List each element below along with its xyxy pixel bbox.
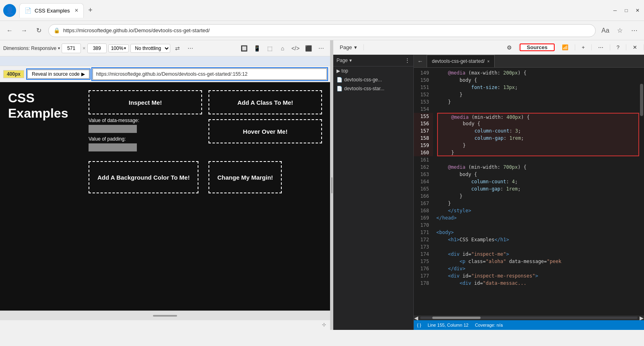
zoom-control[interactable]: 100% ▾ xyxy=(108,44,129,52)
line-number-170: 170 xyxy=(414,222,433,229)
profile-icon[interactable]: 👤 xyxy=(3,4,16,17)
code-line-153: } xyxy=(436,98,639,106)
rotate-icon[interactable]: ⇄ xyxy=(172,43,183,54)
change-margin-button[interactable]: Change My Margin! xyxy=(208,161,282,193)
scrollbar-thumb[interactable] xyxy=(432,317,481,319)
code-editor: ← devtools-css-get-started/ × 1491501511… xyxy=(414,55,644,330)
throttle-select[interactable]: No throttling xyxy=(130,44,170,53)
line-number-171: 171 xyxy=(414,229,433,236)
bg-color-button[interactable]: Add A Background Color To Me! xyxy=(89,161,198,193)
status-braces[interactable]: { } xyxy=(417,323,421,327)
more-icon[interactable]: ⋯ xyxy=(628,24,641,37)
devtools-top-tabs: Page ▾ ⚙ Sources 📶 + ⋯ ? ✕ xyxy=(333,40,644,55)
responsive-toolbar: Dimensions: Responsive ▾ × 100% ▾ No thr… xyxy=(0,40,330,56)
tab-add[interactable]: + xyxy=(575,44,592,50)
height-input[interactable] xyxy=(87,44,107,53)
screen-icon[interactable]: ⬛ xyxy=(303,43,314,54)
width-input[interactable] xyxy=(62,44,81,53)
code-content[interactable]: @media (max-width: 200px) { body { font-… xyxy=(433,68,639,315)
line-number-165: 165 xyxy=(414,185,433,193)
favorites-icon[interactable]: ☆ xyxy=(613,24,626,37)
tree-item-2[interactable]: 📄 devtools-css-star... xyxy=(333,84,413,93)
reveal-bar: 400px Reveal in source code ▶ https://mi… xyxy=(0,66,330,82)
line-number-175: 175 xyxy=(414,258,433,265)
tab-wifi-icon[interactable]: 📶 xyxy=(555,44,575,50)
tab-more[interactable]: ⋯ xyxy=(592,44,610,50)
vertical-scrollbar[interactable] xyxy=(639,68,644,315)
code-line-178: <div id="data-messac... xyxy=(436,280,639,287)
code-line-176: </div> xyxy=(436,265,639,272)
line-number-154: 154 xyxy=(414,106,433,113)
tab-help[interactable]: ? xyxy=(610,44,626,50)
close-button[interactable]: ✕ xyxy=(634,7,641,14)
padding-label: Value of padding: xyxy=(89,136,202,151)
more-icon2[interactable]: ⋯ xyxy=(316,43,327,54)
add-class-button[interactable]: Add A Class To Me! xyxy=(208,90,322,114)
editor-back-btn[interactable]: ← xyxy=(415,56,425,66)
zoom-value: 100% xyxy=(111,46,124,51)
page-tab-label: Page xyxy=(340,44,352,50)
tab-sources-icon[interactable]: ⚙ xyxy=(500,44,519,51)
tab-page[interactable]: Page ▾ xyxy=(333,44,364,50)
demo-title-line1: CSS xyxy=(8,90,89,106)
scroll-right-btn[interactable]: ▶ xyxy=(639,315,644,320)
tab-devtools-close[interactable]: ✕ xyxy=(626,44,644,50)
back-button[interactable]: ← xyxy=(3,24,16,37)
new-tab-button[interactable]: + xyxy=(85,5,96,16)
reading-view-icon[interactable]: Aa xyxy=(599,24,612,37)
code-line-150: body { xyxy=(436,77,639,84)
active-tab[interactable]: 📄 CSS Examples ✕ xyxy=(19,3,84,18)
device-icon[interactable]: 📱 xyxy=(251,43,262,54)
tab-close-button[interactable]: ✕ xyxy=(74,8,78,13)
scrollbar-track[interactable] xyxy=(420,317,638,319)
line-number-149: 149 xyxy=(414,69,433,77)
sources-gear-icon: ⚙ xyxy=(507,44,512,51)
forward-button[interactable]: → xyxy=(18,24,31,37)
resize-handle[interactable] xyxy=(153,315,177,317)
lock-icon: 🔒 xyxy=(54,27,60,33)
tab-title: CSS Examples xyxy=(35,8,70,14)
main-area: Dimensions: Responsive ▾ × 100% ▾ No thr… xyxy=(0,40,644,330)
demo-page: CSS Examples Inspect Me! Value of data-m… xyxy=(0,82,330,311)
source-url-display: https://microsoftedge.github.io/Demos/de… xyxy=(93,68,327,80)
reload-button[interactable]: ↻ xyxy=(32,24,45,37)
home-icon[interactable]: ⌂ xyxy=(277,43,288,54)
code-line-170 xyxy=(436,222,639,229)
code-line-167: } xyxy=(436,200,639,207)
code-line-173 xyxy=(436,243,639,251)
page-dropdown[interactable]: Page ▾ xyxy=(336,58,352,63)
inspect-me-button[interactable]: Inspect Me! xyxy=(89,90,202,114)
data-message-input xyxy=(89,125,137,133)
tab-sources[interactable]: Sources xyxy=(520,44,555,51)
editor-tab[interactable]: devtools-css-get-started/ × xyxy=(427,55,495,67)
maximize-button[interactable]: □ xyxy=(623,7,630,14)
split-icon[interactable]: ⬚ xyxy=(264,43,275,54)
file-icon-2: 📄 xyxy=(336,86,343,91)
code-line-151: font-size: 13px; xyxy=(436,84,639,91)
calibrate-icon[interactable]: ⊹ xyxy=(322,322,328,328)
address-bar[interactable]: 🔒 https://microsoftedge.github.io/Demos/… xyxy=(48,24,596,37)
scroll-thumb[interactable] xyxy=(640,84,643,116)
more-options-btn[interactable]: ⋯ xyxy=(185,43,196,54)
line-number-161: 161 xyxy=(414,156,433,164)
status-position[interactable]: Line 155, Column 12 xyxy=(427,323,469,327)
code-line-159: } xyxy=(437,142,639,149)
reveal-source-button[interactable]: Reveal in source code ▶ xyxy=(27,70,89,79)
editor-tab-close[interactable]: × xyxy=(487,59,489,64)
code-line-156: body { xyxy=(437,120,639,127)
line-number-156: 156 xyxy=(414,120,433,127)
scroll-left-btn[interactable]: ◀ xyxy=(414,315,419,320)
hover-me-button[interactable]: Hover Over Me! xyxy=(208,119,322,143)
line-number-178: 178 xyxy=(414,280,433,287)
viewport-resizer[interactable] xyxy=(330,40,333,330)
minimize-button[interactable]: ─ xyxy=(612,7,618,14)
code-icon[interactable]: </> xyxy=(290,43,301,54)
inspector-icon[interactable]: 🔲 xyxy=(238,43,250,54)
sidebar-more-btn[interactable]: ⋮ xyxy=(405,57,410,64)
title-bar: 👤 📄 CSS Examples ✕ + ─ □ ✕ xyxy=(0,0,644,21)
tree-item-1[interactable]: 📄 devtools-css-ge... xyxy=(333,75,413,84)
line-number-164: 164 xyxy=(414,178,433,185)
page-dropdown-icon: ▾ xyxy=(354,44,357,50)
dimensions-label: Dimensions: Responsive xyxy=(3,46,56,51)
horizontal-scrollbar[interactable]: ◀ ▶ xyxy=(414,315,644,320)
